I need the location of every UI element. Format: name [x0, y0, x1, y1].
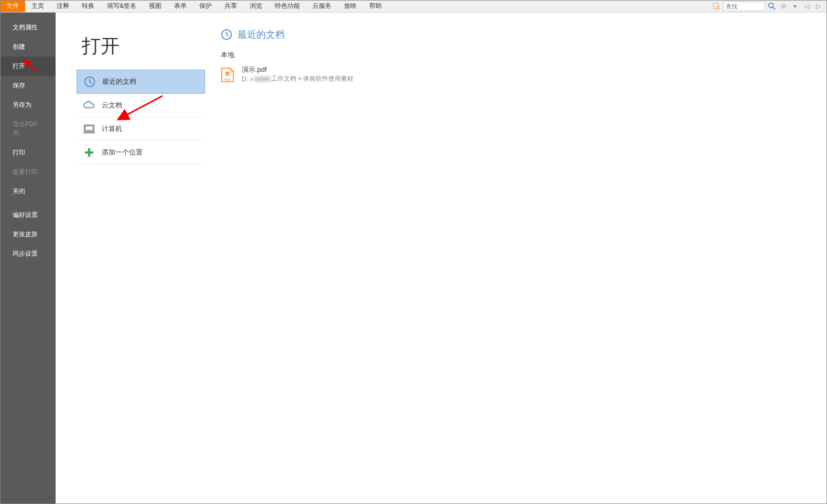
sidebar-item-skin[interactable]: 更改皮肤 — [0, 225, 56, 244]
pdf-file-icon: PDF — [221, 67, 235, 82]
top-menubar: 文件 主页 注释 转换 填写&签名 视图 表单 保护 共享 浏览 特色功能 云服… — [0, 0, 827, 13]
sidebar-item-open[interactable]: 打开 — [0, 57, 56, 76]
menu-tab-home[interactable]: 主页 — [25, 0, 50, 12]
blurred-path-segment — [254, 76, 270, 82]
location-cloud[interactable]: 云文档 — [77, 94, 205, 117]
computer-icon — [83, 123, 95, 135]
clock-icon — [221, 29, 232, 40]
svg-line-4 — [773, 7, 775, 9]
menu-tab-cloud[interactable]: 云服务 — [306, 0, 338, 12]
file-sidebar: 文档属性 创建 打开 保存 另存为 导出PDF为 打印 批量打印 关闭 偏好设置… — [0, 13, 56, 504]
svg-line-2 — [719, 8, 721, 9]
recent-header-title: 最近的文档 — [238, 28, 285, 41]
sidebar-item-close[interactable]: 关闭 — [0, 182, 56, 201]
cloud-icon — [83, 99, 95, 112]
menu-tab-share[interactable]: 共享 — [218, 0, 243, 12]
menu-tab-view[interactable]: 视图 — [143, 0, 168, 12]
recent-file-item[interactable]: PDF 演示.pdf D: » 工作文档 » 体验软件使用素材 — [221, 63, 811, 85]
sidebar-item-save-as[interactable]: 另存为 — [0, 95, 56, 115]
svg-rect-8 — [85, 126, 93, 130]
menu-tab-form[interactable]: 表单 — [168, 0, 193, 12]
recent-documents-panel: 最近的文档 本地 PDF 演示.pdf D: » 工作文档 » 体验软件使用素材 — [205, 13, 827, 504]
sidebar-item-save[interactable]: 保存 — [0, 76, 56, 95]
open-title: 打开 — [82, 34, 205, 59]
plus-icon — [83, 146, 95, 159]
menu-tab-browse[interactable]: 浏览 — [243, 0, 268, 12]
sidebar-item-print[interactable]: 打印 — [0, 143, 56, 162]
sidebar-item-batch-print[interactable]: 批量打印 — [0, 162, 56, 182]
location-label: 云文档 — [102, 101, 122, 110]
sidebar-item-preferences[interactable]: 偏好设置 — [0, 205, 56, 225]
svg-point-3 — [769, 3, 774, 7]
open-locations-panel: 打开 最近的文档 云文档 — [56, 13, 205, 504]
find-page-icon[interactable] — [713, 2, 721, 10]
gear-icon[interactable] — [779, 2, 788, 11]
clock-icon — [83, 75, 96, 88]
location-label: 添加一个位置 — [102, 148, 143, 157]
nav-next-icon[interactable]: ▷ — [813, 2, 823, 11]
sidebar-item-sync[interactable]: 同步设置 — [0, 244, 56, 264]
nav-prev-icon[interactable]: ◁ — [802, 2, 811, 11]
menu-tab-help[interactable]: 帮助 — [363, 0, 388, 12]
location-label: 计算机 — [102, 124, 122, 134]
sidebar-item-properties[interactable]: 文档属性 — [0, 18, 56, 37]
location-label: 最近的文档 — [102, 77, 136, 86]
menu-tab-fill-sign[interactable]: 填写&签名 — [101, 0, 143, 12]
svg-point-5 — [782, 5, 785, 7]
menu-tab-file[interactable]: 文件 — [0, 0, 25, 12]
menu-tab-features[interactable]: 特色功能 — [268, 0, 306, 12]
search-icon[interactable] — [767, 2, 777, 11]
dropdown-icon[interactable]: ▾ — [790, 2, 800, 11]
location-add[interactable]: 添加一个位置 — [77, 141, 205, 165]
file-name: 演示.pdf — [242, 65, 353, 74]
svg-text:PDF: PDF — [224, 78, 231, 81]
sidebar-item-export-pdf[interactable]: 导出PDF为 — [0, 115, 56, 143]
location-computer[interactable]: 计算机 — [77, 117, 205, 141]
file-path: D: » 工作文档 » 体验软件使用素材 — [242, 74, 353, 83]
recent-section-local: 本地 — [221, 50, 811, 60]
menu-tab-protect[interactable]: 保护 — [193, 0, 218, 12]
sidebar-item-create[interactable]: 创建 — [0, 37, 56, 57]
menu-tab-slideshow[interactable]: 放映 — [338, 0, 363, 12]
search-input[interactable] — [723, 2, 765, 11]
menu-tab-convert[interactable]: 转换 — [76, 0, 101, 12]
location-recent[interactable]: 最近的文档 — [77, 70, 205, 94]
menu-tab-annotate[interactable]: 注释 — [50, 0, 76, 12]
